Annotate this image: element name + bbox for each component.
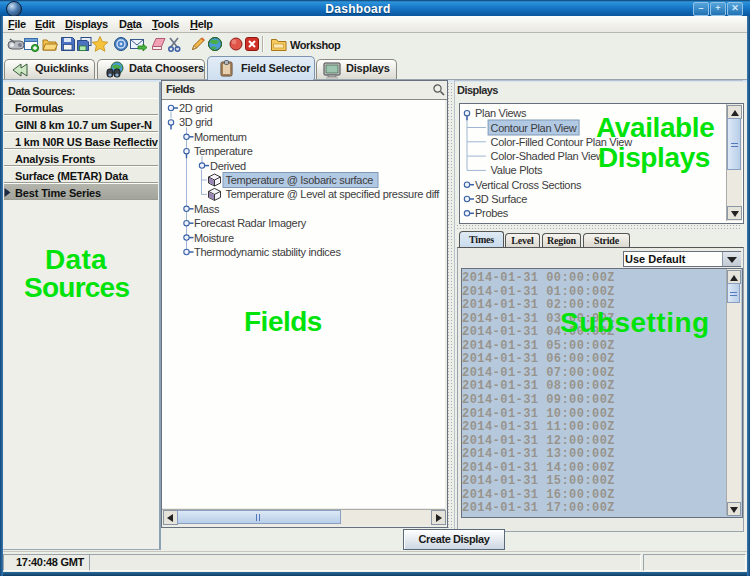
svg-text:Value Plots: Value Plots	[491, 164, 543, 176]
svg-text:Plan Views: Plan Views	[475, 107, 527, 119]
svg-text:2D grid: 2D grid	[179, 102, 213, 114]
svg-text:3D Surface: 3D Surface	[475, 193, 527, 205]
svg-text:Vertical Cross Sections: Vertical Cross Sections	[475, 179, 582, 191]
svg-text:3D grid: 3D grid	[179, 116, 213, 128]
svg-text:Moisture: Moisture	[194, 232, 234, 244]
svg-text:Derived: Derived	[210, 160, 246, 172]
svg-text:Momentum: Momentum	[194, 131, 247, 143]
svg-text:Workshop: Workshop	[290, 39, 341, 51]
svg-text:Contour Plan View: Contour Plan View	[491, 122, 577, 134]
svg-text:Forecast Radar Imagery: Forecast Radar Imagery	[194, 217, 307, 229]
svg-text:Color-Shaded Plan View: Color-Shaded Plan View	[491, 150, 604, 162]
svg-text:Probes: Probes	[475, 207, 509, 219]
svg-text:Temperature: Temperature	[194, 145, 253, 157]
svg-text:Temperature @ Isobaric surface: Temperature @ Isobaric surface	[226, 174, 374, 186]
svg-text:Temperature @ Level at specifi: Temperature @ Level at specified pressur…	[226, 188, 441, 200]
svg-text:Thermodynamic stability indice: Thermodynamic stability indices	[194, 246, 341, 258]
svg-text:Mass: Mass	[194, 203, 220, 215]
